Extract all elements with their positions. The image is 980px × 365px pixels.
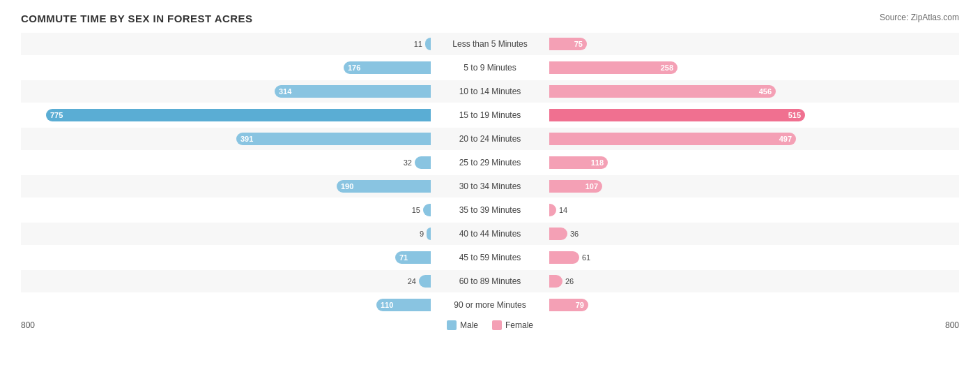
- male-value: 9: [404, 230, 424, 238]
- left-wrapper: 775: [21, 104, 431, 126]
- bar-female: 497: [549, 133, 796, 145]
- left-wrapper: 32: [21, 151, 431, 174]
- row-label: 90 or more Minutes: [431, 300, 549, 310]
- chart-row: 9 40 to 44 Minutes 36: [21, 223, 959, 245]
- female-value: 14: [559, 206, 579, 214]
- right-side: 79: [549, 294, 959, 316]
- chart-title: COMMUTE TIME BY SEX IN FOREST ACRES: [21, 13, 252, 24]
- chart-row: 71 45 to 59 Minutes 61: [21, 246, 959, 269]
- row-label: 25 to 29 Minutes: [431, 158, 549, 167]
- left-wrapper: 15: [21, 199, 431, 221]
- row-label: 60 to 89 Minutes: [431, 276, 549, 286]
- bar-male: [425, 38, 431, 50]
- row-label: 15 to 19 Minutes: [431, 110, 549, 120]
- right-side: 258: [549, 57, 959, 79]
- right-wrapper: 497: [549, 128, 959, 150]
- right-side: 61: [549, 246, 959, 269]
- bar-male: 391: [236, 133, 431, 145]
- row-label: 5 to 9 Minutes: [431, 63, 549, 73]
- male-value-inside: 314: [279, 87, 291, 96]
- chart-row: 32 25 to 29 Minutes 118: [21, 151, 959, 174]
- chart-row: 775 15 to 19 Minutes 515: [21, 104, 959, 126]
- chart-row: 190 30 to 34 Minutes 107: [21, 175, 959, 198]
- bar-male: 176: [344, 61, 431, 74]
- row-label: 35 to 39 Minutes: [431, 205, 549, 215]
- bar-female: [549, 251, 579, 264]
- chart-area: 11 Less than 5 Minutes 75 176: [21, 33, 959, 316]
- chart-row: 15 35 to 39 Minutes 14: [21, 199, 959, 221]
- axis-row: 800 Male Female 800: [21, 320, 959, 330]
- bar-female: 456: [549, 85, 776, 98]
- male-value: 32: [392, 158, 412, 167]
- right-wrapper: 515: [549, 104, 959, 126]
- left-side: 314: [21, 80, 431, 103]
- right-wrapper: 107: [549, 175, 959, 198]
- female-value-inside: 258: [661, 64, 673, 72]
- male-value: 24: [397, 277, 416, 285]
- chart-row: 314 10 to 14 Minutes 456: [21, 80, 959, 103]
- row-label: Less than 5 Minutes: [431, 39, 549, 49]
- left-side: 775: [21, 104, 431, 126]
- left-wrapper: 9: [21, 223, 431, 245]
- bar-female: [549, 275, 562, 288]
- left-side: 32: [21, 151, 431, 174]
- row-label: 30 to 34 Minutes: [431, 181, 549, 191]
- female-value-inside: 118: [591, 158, 604, 167]
- male-value-inside: 110: [381, 301, 393, 309]
- axis-right-label: 800: [945, 320, 959, 330]
- legend-male: Male: [447, 320, 478, 330]
- right-wrapper: 61: [549, 246, 959, 269]
- chart-row: 11 Less than 5 Minutes 75: [21, 33, 959, 55]
- right-side: 497: [549, 128, 959, 150]
- left-side: 176: [21, 57, 431, 79]
- bar-female: 118: [549, 156, 608, 169]
- legend: Male Female: [431, 320, 549, 330]
- left-side: 11: [21, 33, 431, 55]
- chart-row: 110 90 or more Minutes 79: [21, 294, 959, 316]
- right-side: 36: [549, 223, 959, 245]
- right-side: 14: [549, 199, 959, 221]
- bar-female: 107: [549, 180, 602, 193]
- right-side: 26: [549, 270, 959, 292]
- left-side: 9: [21, 223, 431, 245]
- bar-male: 71: [395, 251, 431, 264]
- bar-male: [423, 204, 431, 216]
- bar-male: 314: [275, 85, 431, 98]
- bar-female: 258: [549, 61, 677, 74]
- female-value-inside: 456: [759, 87, 772, 96]
- right-wrapper: 258: [549, 57, 959, 79]
- source-label: Source: ZipAtlas.com: [880, 13, 959, 22]
- legend-female: Female: [492, 320, 533, 330]
- chart-row: 176 5 to 9 Minutes 258: [21, 57, 959, 79]
- male-value: 11: [403, 40, 422, 48]
- right-side: 456: [549, 80, 959, 103]
- chart-row: 24 60 to 89 Minutes 26: [21, 270, 959, 292]
- female-value: 26: [565, 277, 585, 285]
- male-value: 15: [401, 206, 420, 214]
- right-side: 118: [549, 151, 959, 174]
- right-wrapper: 79: [549, 294, 959, 316]
- right-wrapper: 26: [549, 270, 959, 292]
- right-side: 107: [549, 175, 959, 198]
- row-label: 20 to 24 Minutes: [431, 134, 549, 144]
- right-wrapper: 118: [549, 151, 959, 174]
- legend-female-box: [492, 320, 502, 330]
- left-wrapper: 110: [21, 294, 431, 316]
- right-wrapper: 36: [549, 223, 959, 245]
- left-side: 24: [21, 270, 431, 292]
- bar-female: 515: [549, 109, 805, 121]
- bar-female: [549, 228, 567, 240]
- female-value-inside: 79: [576, 301, 584, 309]
- bar-female: 79: [549, 299, 588, 311]
- row-label: 10 to 14 Minutes: [431, 87, 549, 96]
- left-wrapper: 176: [21, 57, 431, 79]
- row-label: 40 to 44 Minutes: [431, 229, 549, 239]
- chart-row: 391 20 to 24 Minutes 497: [21, 128, 959, 150]
- left-wrapper: 190: [21, 175, 431, 198]
- female-value-inside: 75: [574, 40, 583, 48]
- male-value-inside: 190: [341, 182, 353, 191]
- male-value-inside: 775: [50, 111, 63, 119]
- left-side: 110: [21, 294, 431, 316]
- axis-left-label: 800: [21, 320, 35, 330]
- bar-male: [415, 156, 431, 169]
